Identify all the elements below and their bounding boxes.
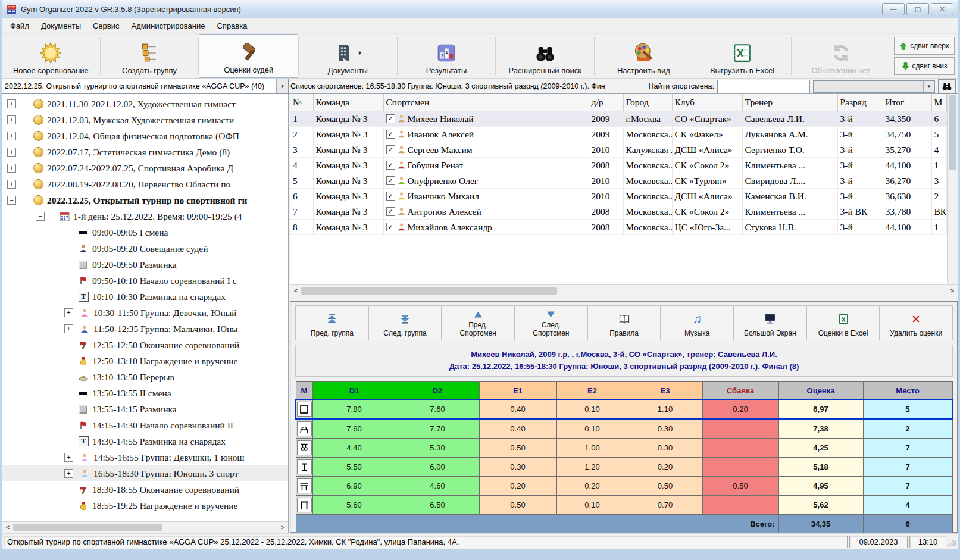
prev-athlete-button[interactable]: Пред.Спортсмен [442,306,515,340]
delete-scores-button[interactable]: Удалить оценки [880,306,952,340]
tree-horizontal-scrollbar[interactable]: < > [2,521,288,533]
tree-item-schedule[interactable]: 09:05-09:20 Совещание судей [2,240,288,256]
dropdown-arrow-icon[interactable]: ▼ [357,50,362,56]
cell-e2[interactable]: 1.00 [556,439,628,458]
expand-plus-icon[interactable] [7,132,16,140]
expand-plus-icon[interactable] [64,453,73,462]
cell-e1[interactable]: 0.40 [479,399,556,419]
score-row[interactable]: 5.50 6.00 0.30 1.20 0.20 5,18 7 [296,458,952,477]
cell-e1[interactable]: 0.50 [479,496,556,515]
tree-item-group[interactable]: 10:30-11:50 Группа: Девочки, Юный [2,305,288,321]
tree-item-group[interactable]: 14:55-16:55 Группа: Девушки, 1 юнош [2,449,288,465]
scrollbar-thumb[interactable] [949,95,956,170]
tree-item-group[interactable]: 11:50-12:35 Группа: Мальчики, Юны [2,321,288,337]
chevron-down-icon[interactable] [923,81,934,92]
advanced-search-button[interactable]: Расширенный поиск [496,34,594,78]
maximize-button[interactable]: ▢ [906,3,929,15]
music-button[interactable]: ♫Музыка [661,306,734,340]
cell-penalty[interactable] [702,439,778,458]
tree-item-schedule[interactable]: 13:50-13:55 II смена [2,385,288,401]
collapse-minus-icon[interactable] [7,196,16,205]
athlete-checkbox[interactable] [386,176,395,185]
col-athlete[interactable]: Спортсмен [383,94,589,111]
athletes-vertical-scrollbar[interactable] [947,94,958,284]
score-row[interactable]: 5.60 6.50 0.50 0.10 0.70 5,62 4 [296,496,952,515]
cell-d2[interactable]: 4.60 [396,477,479,496]
tree-item-schedule[interactable]: 13:10-13:50 Перерыв [2,369,288,385]
scroll-right-icon[interactable]: > [277,524,288,531]
tree-item-schedule[interactable]: 09:00-09:05 I смена [2,224,288,240]
athlete-checkbox[interactable] [386,130,395,139]
scroll-left-icon[interactable]: < [290,287,301,294]
shift-up-button[interactable]: сдвиг вверх [894,37,955,55]
menu-help[interactable]: Справка [211,20,253,32]
tree-item-competition[interactable]: 2022.07.17, Эстетическая гимнастика Демо… [2,144,288,160]
athlete-row[interactable]: 4Команда № 3Гобулия Ренат2008Московска..… [290,158,947,173]
cell-e1[interactable]: 0.20 [479,477,556,496]
create-group-button[interactable]: Создать группу [101,34,199,78]
prev-group-button[interactable]: Пред. группа [296,306,369,340]
col-city[interactable]: Город [623,94,672,111]
athlete-row[interactable]: 6Команда № 3Иванчнко Михаил2010Московска… [290,189,947,204]
score-row[interactable]: 4.40 5.30 0.50 1.00 0.30 4,25 7 [296,439,952,458]
athlete-checkbox[interactable] [386,114,395,123]
cell-d1[interactable]: 4.40 [312,439,396,458]
cell-e2[interactable]: 0.10 [556,399,628,419]
cell-penalty[interactable] [702,419,778,439]
shift-down-button[interactable]: сдвиг вниз [894,57,955,75]
expand-plus-icon[interactable] [64,308,73,317]
collapse-minus-icon[interactable] [36,212,45,221]
cell-e3[interactable]: 0.30 [628,439,702,458]
cell-e3[interactable]: 0.50 [628,477,702,496]
col-grade[interactable]: Разряд [837,94,883,111]
athlete-row[interactable]: 3Команда № 3Сергеев Максим2010Калужская … [290,142,947,158]
tree-item-schedule[interactable]: 18:30-18:55 Окончание соревнований [2,481,288,498]
athlete-checkbox[interactable] [386,207,395,216]
tree-item-day[interactable]: 1-й день: 25.12.2022. Время: 09:00-19:25… [2,208,288,224]
cell-d2[interactable]: 6.50 [396,496,479,515]
scrollbar-thumb[interactable] [301,287,557,295]
col-team[interactable]: Команда [313,94,383,111]
tree-item-schedule[interactable]: 12:50-13:10 Награждение и вручение [2,353,288,369]
find-athlete-input[interactable] [717,80,810,93]
tree-item-schedule[interactable]: 09:50-10:10 Начало соревнований I с [2,273,288,289]
col-place[interactable]: М [931,94,947,111]
cell-penalty[interactable]: 0.20 [702,399,778,419]
expand-plus-icon[interactable] [7,99,16,108]
score-row[interactable]: 6.90 4.60 0.20 0.20 0.50 0.50 4,95 7 [296,477,952,496]
athlete-row[interactable]: 8Команда № 3Михайлов Александр2008Москов… [290,220,947,235]
athlete-filter-select[interactable] [813,80,935,93]
cell-e3[interactable]: 0.20 [628,458,702,477]
tree-item-competition[interactable]: 2021.12.03, Мужская Художественная гимна… [2,112,288,128]
athletes-horizontal-scrollbar[interactable]: < > [290,284,958,296]
cell-d2[interactable]: 7.60 [396,399,479,419]
expand-plus-icon[interactable] [64,469,73,478]
cell-e3[interactable]: 1.10 [628,399,702,419]
tree-item-schedule[interactable]: 12:35-12:50 Окончание соревнований [2,337,288,353]
score-row[interactable]: 7.60 7.70 0.40 0.10 0.30 7,38 2 [296,419,952,439]
customize-view-button[interactable]: Настроить вид [595,34,693,78]
new-competition-button[interactable]: Новое соревнование [2,34,100,78]
tree-item-schedule[interactable]: 09:20-09:50 Разминка [2,256,288,273]
rules-button[interactable]: Правила [588,306,661,340]
scroll-left-icon[interactable]: < [2,524,13,531]
expand-plus-icon[interactable] [7,148,16,157]
next-athlete-button[interactable]: След.Спортсмен [515,306,588,340]
score-row-selected[interactable]: 7.80 7.60 0.40 0.10 1.10 0.20 6,97 5 [296,399,952,419]
expand-plus-icon[interactable] [7,180,16,189]
export-excel-button[interactable]: X Выгрузить в Excel [693,34,792,78]
col-num[interactable]: № [290,94,313,111]
athlete-checkbox[interactable] [386,192,395,201]
find-athlete-button[interactable] [938,79,956,94]
cell-d2[interactable]: 5.30 [396,439,479,458]
close-button[interactable]: ✕ [931,3,953,15]
tree-item-competition[interactable]: 2021.12.04, Общая физическая подготовка … [2,128,288,144]
cell-e2[interactable]: 0.20 [556,477,628,496]
tree-item-schedule[interactable]: 10:10-10:30 Разминка на снарядах [2,289,288,305]
col-coach[interactable]: Тренер [742,94,837,111]
athlete-checkbox[interactable] [386,161,395,170]
athlete-checkbox[interactable] [386,223,395,231]
cell-penalty[interactable]: 0.50 [702,477,778,496]
expand-plus-icon[interactable] [7,164,16,173]
tree-item-schedule[interactable]: 18:55-19:25 Награждение и вручение [2,498,288,514]
